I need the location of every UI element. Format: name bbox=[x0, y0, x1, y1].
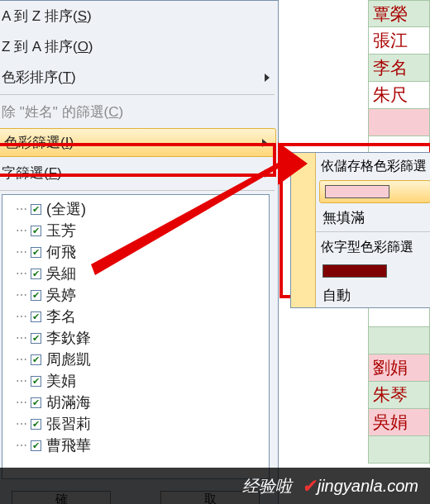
no-fill[interactable]: 無填滿 bbox=[316, 205, 430, 230]
checkbox-icon[interactable] bbox=[31, 419, 41, 430]
sheet-cell[interactable]: 朱尺 bbox=[368, 82, 430, 109]
menu-label-end: ) bbox=[57, 165, 62, 182]
color-swatch-icon bbox=[325, 185, 389, 198]
list-item[interactable]: ⋯(全選) bbox=[2, 198, 269, 220]
tree-dots-icon: ⋯ bbox=[16, 245, 27, 259]
list-item[interactable]: ⋯曹飛華 bbox=[2, 435, 269, 456]
menu-label-end: ) bbox=[118, 104, 123, 121]
list-item[interactable]: ⋯吳婷 bbox=[2, 284, 269, 306]
auto-color[interactable]: 自動 bbox=[316, 283, 430, 307]
list-item-label: (全選) bbox=[46, 199, 86, 219]
list-item-label: 周彪凱 bbox=[46, 349, 91, 369]
menu-label: 字篩選( bbox=[2, 164, 49, 183]
chevron-right-icon bbox=[265, 74, 270, 82]
sort-z-to-a[interactable]: Z 到 A 排序(O) bbox=[0, 31, 278, 62]
separator bbox=[316, 231, 430, 232]
menu-label: 色彩排序( bbox=[2, 68, 63, 87]
sheet-cell[interactable] bbox=[368, 109, 430, 136]
cell-color-pink[interactable] bbox=[319, 180, 430, 203]
tree-dots-icon: ⋯ bbox=[16, 331, 27, 345]
checkbox-icon[interactable] bbox=[31, 290, 41, 301]
menu-label: Z 到 A 排序( bbox=[2, 37, 78, 56]
text-filter[interactable]: 字篩選(F) bbox=[0, 158, 278, 188]
list-item[interactable]: ⋯吳細 bbox=[2, 263, 269, 284]
menu-label: 除 "姓名" 的篩選( bbox=[2, 102, 108, 121]
sheet-cell[interactable]: 朱琴 bbox=[368, 382, 430, 409]
font-color-darkred[interactable] bbox=[316, 259, 430, 283]
tree-dots-icon: ⋯ bbox=[16, 267, 27, 280]
by-cell-color-header: 依儲存格色彩篩選 bbox=[316, 153, 430, 178]
list-item-label: 曹飛華 bbox=[46, 435, 91, 455]
list-item-label: 張習莉 bbox=[46, 414, 91, 434]
sheet-cell[interactable] bbox=[368, 327, 430, 354]
checkbox-icon[interactable] bbox=[31, 376, 41, 387]
tree-dots-icon: ⋯ bbox=[16, 224, 27, 237]
list-item[interactable]: ⋯張習莉 bbox=[2, 413, 269, 435]
tree-dots-icon: ⋯ bbox=[16, 353, 27, 366]
hotkey: O bbox=[78, 39, 88, 55]
tree-dots-icon: ⋯ bbox=[16, 288, 27, 302]
menu-label: 色彩篩選( bbox=[4, 133, 65, 152]
hotkey: T bbox=[63, 69, 71, 86]
hotkey: C bbox=[108, 104, 118, 121]
checkbox-icon[interactable] bbox=[31, 204, 41, 215]
tree-dots-icon: ⋯ bbox=[16, 310, 27, 323]
menu-label-end: ) bbox=[88, 39, 93, 55]
sheet-cell[interactable]: 吳娟 bbox=[368, 409, 430, 436]
sort-by-color[interactable]: 色彩排序(T) bbox=[0, 62, 278, 93]
watermark-site: jingyanla.com bbox=[318, 477, 418, 496]
list-item-label: 吳細 bbox=[46, 264, 76, 283]
sheet-cell[interactable]: 覃榮 bbox=[368, 0, 430, 27]
list-item-label: 李名 bbox=[46, 307, 76, 326]
color-filter-submenu: 依儲存格色彩篩選 無填滿 依字型色彩篩選 自動 bbox=[290, 152, 430, 308]
checkbox-icon[interactable] bbox=[31, 397, 41, 408]
tree-dots-icon: ⋯ bbox=[16, 417, 27, 430]
tree-dots-icon: ⋯ bbox=[16, 202, 27, 216]
checkmark-icon: ✔ bbox=[300, 475, 316, 497]
separator bbox=[0, 94, 275, 95]
list-item[interactable]: ⋯玉芳 bbox=[2, 220, 269, 241]
hotkey: F bbox=[49, 165, 57, 182]
checkbox-icon[interactable] bbox=[31, 311, 41, 322]
tree-dots-icon: ⋯ bbox=[16, 396, 27, 409]
tree-dots-icon: ⋯ bbox=[16, 374, 27, 388]
checkbox-icon[interactable] bbox=[31, 247, 41, 258]
sheet-cell[interactable] bbox=[368, 436, 430, 464]
sort-a-to-z[interactable]: A 到 Z 排序(S) bbox=[0, 1, 278, 31]
list-item-label: 美娟 bbox=[46, 371, 76, 391]
chevron-right-icon bbox=[262, 139, 267, 147]
list-item-label: 吳婷 bbox=[46, 285, 76, 305]
list-item[interactable]: ⋯周彪凱 bbox=[2, 349, 269, 370]
list-item[interactable]: ⋯李名 bbox=[2, 306, 269, 327]
watermark: 经验啦 ✔ jingyanla.com bbox=[0, 468, 430, 504]
checkbox-icon[interactable] bbox=[31, 333, 41, 344]
color-swatch-icon bbox=[322, 264, 387, 278]
by-font-color-header: 依字型色彩篩選 bbox=[316, 234, 430, 259]
list-item[interactable]: ⋯何飛 bbox=[2, 241, 269, 263]
menu-label-end: ) bbox=[69, 135, 74, 151]
list-item[interactable]: ⋯美娟 bbox=[2, 370, 269, 392]
sheet-cell[interactable]: 李名 bbox=[368, 55, 430, 82]
menu-label-end: ) bbox=[87, 8, 92, 25]
checkbox-icon[interactable] bbox=[31, 269, 41, 279]
checkbox-icon[interactable] bbox=[31, 354, 41, 365]
menu-label-end: ) bbox=[71, 69, 76, 86]
list-item[interactable]: ⋯李欽鋒 bbox=[2, 327, 269, 349]
list-item-label: 何飛 bbox=[46, 242, 76, 262]
filter-by-color[interactable]: 色彩篩選(I) bbox=[0, 128, 276, 157]
checkbox-icon[interactable] bbox=[31, 440, 41, 451]
checkbox-icon[interactable] bbox=[31, 226, 41, 236]
list-item-label: 玉芳 bbox=[46, 221, 76, 240]
list-item-label: 胡滿海 bbox=[46, 392, 91, 412]
watermark-brand: 经验啦 bbox=[242, 475, 292, 497]
filter-value-list[interactable]: ⋯(全選)⋯玉芳⋯何飛⋯吳細⋯吳婷⋯李名⋯李欽鋒⋯周彪凱⋯美娟⋯胡滿海⋯張習莉⋯… bbox=[2, 194, 270, 479]
list-item-label: 李欽鋒 bbox=[46, 328, 91, 348]
hotkey: S bbox=[78, 8, 87, 25]
separator bbox=[0, 190, 275, 191]
sheet-cell[interactable]: 劉娟 bbox=[368, 354, 430, 382]
list-item[interactable]: ⋯胡滿海 bbox=[2, 392, 269, 413]
tree-dots-icon: ⋯ bbox=[16, 439, 27, 452]
chevron-right-icon bbox=[265, 169, 270, 178]
sheet-cell[interactable]: 張江 bbox=[368, 27, 430, 55]
clear-filter: 除 "姓名" 的篩選(C) bbox=[0, 97, 278, 127]
